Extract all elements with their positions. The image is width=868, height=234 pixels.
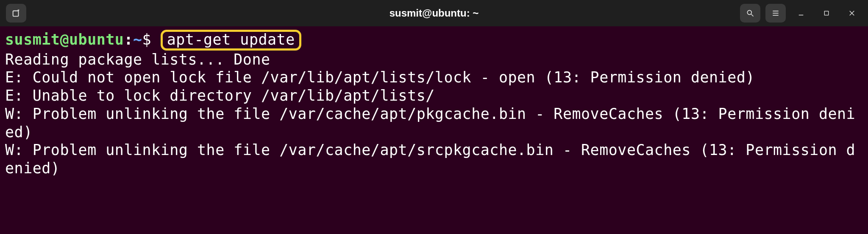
maximize-icon bbox=[823, 10, 830, 17]
output-line: E: Could not open lock file /var/lib/apt… bbox=[5, 68, 863, 87]
close-icon bbox=[848, 9, 856, 17]
hamburger-icon bbox=[771, 9, 780, 17]
output-line: E: Unable to lock directory /var/lib/apt… bbox=[5, 87, 863, 105]
prompt-path: ~ bbox=[133, 31, 142, 48]
prompt-separator: : bbox=[124, 31, 133, 48]
prompt: susmit@ubuntu:~$ bbox=[5, 31, 151, 48]
output-line: Reading package lists... Done bbox=[5, 51, 863, 69]
prompt-symbol: $ bbox=[142, 31, 152, 48]
new-tab-icon bbox=[11, 8, 21, 18]
highlighted-command: apt-get update bbox=[161, 30, 301, 51]
hamburger-menu-button[interactable] bbox=[765, 4, 786, 23]
search-button[interactable] bbox=[740, 4, 760, 23]
terminal-body[interactable]: susmit@ubuntu:~$ apt-get update Reading … bbox=[0, 26, 868, 183]
window-title: susmit@ubuntu: ~ bbox=[389, 7, 479, 19]
svg-rect-0 bbox=[13, 11, 19, 17]
close-button[interactable] bbox=[842, 4, 862, 23]
search-icon bbox=[746, 9, 754, 17]
window-titlebar: susmit@ubuntu: ~ bbox=[0, 0, 868, 26]
titlebar-right-group bbox=[740, 4, 862, 23]
svg-line-2 bbox=[751, 14, 754, 17]
output-line: W: Problem unlinking the file /var/cache… bbox=[5, 141, 863, 177]
svg-point-1 bbox=[747, 10, 751, 14]
output-line: W: Problem unlinking the file /var/cache… bbox=[5, 105, 863, 141]
svg-rect-7 bbox=[824, 11, 828, 15]
command-text: apt-get update bbox=[167, 31, 295, 48]
prompt-user-host: susmit@ubuntu bbox=[5, 31, 124, 48]
minimize-button[interactable] bbox=[791, 4, 811, 23]
maximize-button[interactable] bbox=[816, 4, 837, 23]
new-tab-button[interactable] bbox=[6, 4, 26, 23]
minimize-icon bbox=[797, 9, 805, 17]
titlebar-left-group bbox=[6, 4, 26, 23]
